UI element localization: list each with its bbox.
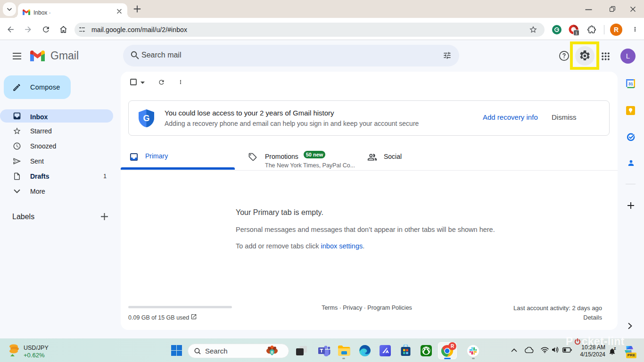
- svg-text:31: 31: [628, 82, 633, 86]
- svg-text:G: G: [143, 114, 149, 123]
